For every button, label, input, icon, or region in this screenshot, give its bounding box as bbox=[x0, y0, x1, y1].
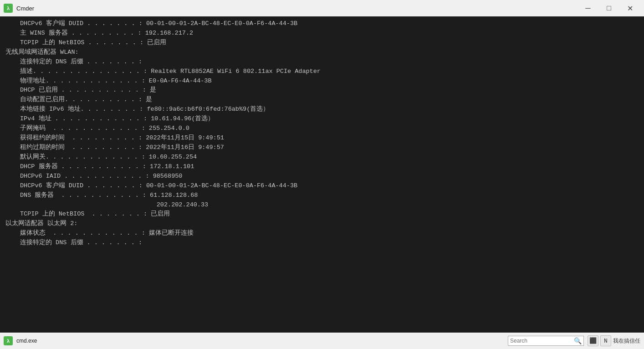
terminal-line: 子网掩码 . . . . . . . . . . . . : 255.254.0… bbox=[5, 124, 639, 133]
search-input[interactable] bbox=[510, 338, 574, 344]
search-icon: 🔍 bbox=[574, 337, 582, 345]
minimize-button[interactable]: ─ bbox=[578, 0, 598, 16]
terminal-line: 默认网关. . . . . . . . . . . . . : 10.60.25… bbox=[5, 153, 639, 162]
terminal-line: DHCPv6 IAID . . . . . . . . . . . : 9856… bbox=[5, 172, 639, 181]
titlebar: λ Cmder ─ □ ✕ bbox=[0, 0, 644, 16]
terminal-line: 无线局域网适配器 WLAN: bbox=[5, 48, 639, 57]
tray-text: 我在搞信任 bbox=[613, 337, 640, 345]
terminal-line: DHCP 服务器 . . . . . . . . . . . : 172.18.… bbox=[5, 162, 639, 172]
close-button[interactable]: ✕ bbox=[619, 0, 640, 16]
terminal-line: DHCPv6 客户端 DUID . . . . . . . : 00-01-00… bbox=[5, 181, 639, 191]
icon-button-2[interactable]: N bbox=[600, 335, 611, 346]
tray-icons: 我在搞信任 bbox=[613, 337, 640, 345]
terminal-line: DHCP 已启用 . . . . . . . . . . . : 是 bbox=[5, 86, 639, 95]
statusbar-logo: λ bbox=[4, 336, 13, 345]
window-controls: ─ □ ✕ bbox=[578, 0, 640, 16]
terminal-line: DHCPv6 客户端 DUID . . . . . . . : 00-01-00… bbox=[5, 19, 639, 29]
terminal-line: 自动配置已启用. . . . . . . . . . : 是 bbox=[5, 95, 639, 105]
search-box[interactable]: 🔍 bbox=[508, 336, 584, 346]
app-logo: λ bbox=[4, 4, 13, 13]
statusbar-logo-text: λ bbox=[7, 338, 10, 344]
window: λ Cmder ─ □ ✕ DHCPv6 客户端 DUID . . . . . … bbox=[0, 0, 644, 349]
terminal-line: 媒体状态 . . . . . . . . . . . . : 媒体已断开连接 bbox=[5, 229, 639, 238]
terminal-line: 本地链接 IPv6 地址. . . . . . . . : fe80::9a6c… bbox=[5, 105, 639, 114]
terminal-line: 租约过期的时间 . . . . . . . . . : 2022年11月16日 … bbox=[5, 143, 639, 153]
terminal-line: TCPIP 上的 NetBIOS . . . . . . . : 已启用 bbox=[5, 210, 639, 219]
statusbar: λ cmd.exe 🔍 ⬛ N 我在搞信任 bbox=[0, 333, 644, 349]
terminal-line: 连接特定的 DNS 后缀 . . . . . . . : bbox=[5, 238, 639, 248]
maximize-button[interactable]: □ bbox=[598, 0, 619, 16]
terminal-line: 主 WINS 服务器 . . . . . . . . . : 192.168.2… bbox=[5, 29, 639, 38]
terminal-line: 连接特定的 DNS 后缀 . . . . . . . : bbox=[5, 57, 639, 67]
terminal-line: DNS 服务器 . . . . . . . . . . . : 61.128.1… bbox=[5, 191, 639, 200]
logo-text: λ bbox=[7, 5, 10, 11]
terminal-line: TCPIP 上的 NetBIOS . . . . . . . : 已启用 bbox=[5, 38, 639, 48]
terminal-line: 以太网适配器 以太网 2: bbox=[5, 219, 639, 229]
process-name: cmd.exe bbox=[16, 338, 504, 344]
terminal-line: 描述. . . . . . . . . . . . . . . : Realte… bbox=[5, 67, 639, 77]
statusbar-system-icons: ⬛ N 我在搞信任 bbox=[588, 335, 640, 346]
terminal-line: 202.202.240.33 bbox=[5, 200, 639, 210]
window-title: Cmder bbox=[16, 5, 578, 12]
icon-button-1[interactable]: ⬛ bbox=[588, 335, 598, 346]
terminal-line: 物理地址. . . . . . . . . . . . . : E0-0A-F6… bbox=[5, 77, 639, 86]
terminal-output: DHCPv6 客户端 DUID . . . . . . . : 00-01-00… bbox=[0, 16, 644, 333]
terminal-line: 获得租约的时间 . . . . . . . . . : 2022年11月15日 … bbox=[5, 133, 639, 143]
terminal-line: IPv4 地址 . . . . . . . . . . . . : 10.61.… bbox=[5, 114, 639, 124]
